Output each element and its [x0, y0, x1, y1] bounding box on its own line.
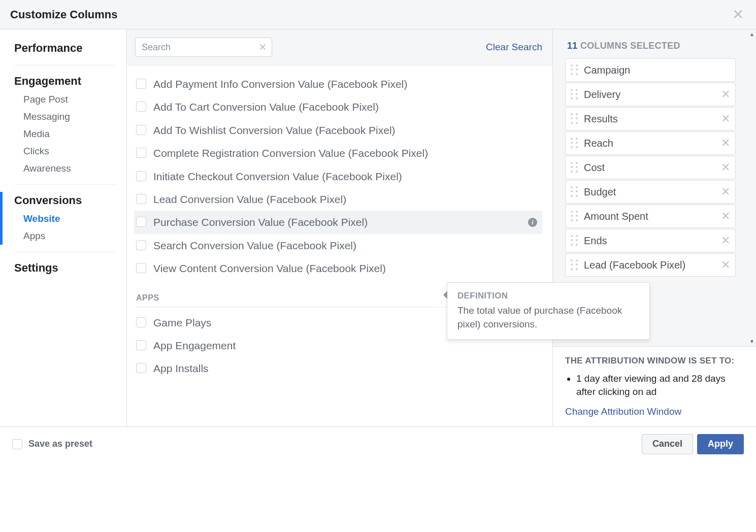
middle-panel: ✕ Clear Search Add Payment Info Conversi… [127, 29, 553, 426]
tooltip-arrow-icon [443, 291, 447, 299]
option-checkbox[interactable] [136, 317, 146, 327]
option-checkbox[interactable] [136, 340, 146, 350]
save-preset-label: Save as preset [28, 439, 92, 449]
option-checkbox[interactable] [136, 194, 146, 204]
drag-handle-icon[interactable] [571, 64, 579, 76]
engagement-label[interactable]: Engagement [14, 73, 116, 91]
selected-column-label: Campaign [584, 64, 730, 76]
option-checkbox[interactable] [136, 79, 146, 89]
drag-handle-icon[interactable] [571, 235, 579, 246]
remove-column-icon[interactable]: ✕ [721, 113, 730, 124]
attribution-title: THE ATTRIBUTION WINDOW IS SET TO: [565, 356, 744, 366]
sidebar-item-awareness[interactable]: Awareness [14, 160, 116, 177]
selected-count: 11 [567, 41, 578, 51]
option-row[interactable]: Add To Wishlist Conversion Value (Facebo… [134, 119, 542, 142]
conversions-label[interactable]: Conversions [14, 192, 116, 210]
option-row[interactable]: Add To Cart Conversion Value (Facebook P… [134, 95, 542, 118]
drag-handle-icon[interactable] [571, 259, 579, 271]
selected-column-label: Results [584, 113, 721, 125]
selected-column-item[interactable]: Campaign [565, 58, 736, 82]
option-row[interactable]: Lead Conversion Value (Facebook Pixel) [134, 188, 542, 211]
option-checkbox[interactable] [136, 263, 146, 273]
save-preset-checkbox[interactable] [12, 439, 22, 449]
selected-column-label: Amount Spent [584, 211, 721, 222]
option-row[interactable]: View Content Conversion Value (Facebook … [134, 257, 542, 280]
option-row[interactable]: Purchase Conversion Value (Facebook Pixe… [134, 211, 542, 234]
option-checkbox[interactable] [136, 217, 146, 227]
selected-column-item[interactable]: Lead (Facebook Pixel)✕ [565, 253, 736, 277]
option-checkbox[interactable] [136, 148, 146, 158]
drag-handle-icon[interactable] [571, 89, 579, 100]
definition-tooltip: DEFINITION The total value of purchase (… [447, 282, 650, 340]
apply-button[interactable]: Apply [697, 434, 744, 454]
option-label: Initiate Checkout Conversion Value (Face… [153, 169, 402, 184]
option-checkbox[interactable] [136, 171, 146, 181]
modal-header: Customize Columns ✕ [0, 0, 756, 29]
sidebar-item-media[interactable]: Media [14, 125, 116, 143]
selected-column-item[interactable]: Ends✕ [565, 229, 736, 252]
option-row[interactable]: App Installs [134, 357, 542, 380]
info-icon[interactable]: i [528, 218, 537, 227]
option-checkbox[interactable] [136, 240, 146, 250]
options-list: Add Payment Info Conversion Value (Faceb… [127, 65, 552, 426]
cancel-label: Cancel [652, 439, 682, 449]
sidebar-item-website[interactable]: Website [14, 210, 116, 227]
option-row[interactable]: Search Conversion Value (Facebook Pixel) [134, 234, 542, 257]
selected-column-item[interactable]: Delivery✕ [565, 83, 736, 106]
option-row[interactable]: Initiate Checkout Conversion Value (Face… [134, 165, 542, 188]
drag-handle-icon[interactable] [571, 211, 579, 222]
sidebar-item-page-post[interactable]: Page Post [14, 91, 116, 108]
selected-column-label: Budget [584, 186, 721, 198]
selected-column-item[interactable]: Reach✕ [565, 131, 736, 155]
option-label: Add To Wishlist Conversion Value (Facebo… [153, 123, 396, 138]
cancel-button[interactable]: Cancel [642, 434, 693, 454]
sidebar-item-messaging[interactable]: Messaging [14, 108, 116, 125]
modal-footer: Save as preset Cancel Apply [0, 426, 756, 461]
sidebar-item-clicks[interactable]: Clicks [14, 143, 116, 160]
selected-column-label: Cost [584, 162, 721, 174]
remove-column-icon[interactable]: ✕ [721, 211, 730, 222]
drag-handle-icon[interactable] [571, 113, 579, 124]
category-settings[interactable]: Settings [14, 259, 116, 285]
option-checkbox[interactable] [136, 363, 146, 373]
selected-column-item[interactable]: Budget✕ [565, 180, 736, 204]
scrollbar[interactable]: ▲ ▼ [748, 29, 756, 346]
save-preset-wrap: Save as preset [12, 439, 92, 449]
remove-column-icon[interactable]: ✕ [721, 235, 730, 246]
selected-column-item[interactable]: Cost✕ [565, 156, 736, 179]
scroll-up-icon[interactable]: ▲ [749, 31, 754, 37]
option-checkbox[interactable] [136, 125, 146, 135]
modal-title: Customize Columns [10, 8, 117, 21]
selected-column-label: Lead (Facebook Pixel) [584, 259, 721, 271]
category-performance[interactable]: Performance [14, 40, 116, 65]
selected-column-item[interactable]: Results✕ [565, 107, 736, 130]
scroll-down-icon[interactable]: ▼ [749, 339, 754, 344]
footer-buttons: Cancel Apply [642, 434, 744, 454]
remove-column-icon[interactable]: ✕ [721, 186, 730, 197]
selected-column-label: Ends [584, 235, 721, 247]
drag-handle-icon[interactable] [571, 186, 579, 197]
option-checkbox[interactable] [136, 102, 146, 112]
tooltip-title: DEFINITION [457, 291, 639, 301]
remove-column-icon[interactable]: ✕ [721, 259, 730, 271]
clear-search-link[interactable]: Clear Search [486, 42, 542, 53]
option-label: App Installs [153, 361, 209, 376]
close-icon[interactable]: ✕ [732, 8, 744, 22]
modal-body: Performance Engagement Page Post Messagi… [0, 29, 756, 426]
search-input[interactable] [135, 38, 272, 57]
clear-input-icon[interactable]: ✕ [258, 41, 267, 53]
option-row[interactable]: Complete Registration Conversion Value (… [134, 142, 542, 164]
option-label: Add To Cart Conversion Value (Facebook P… [153, 99, 379, 114]
option-row[interactable]: Add Payment Info Conversion Value (Faceb… [134, 73, 542, 95]
left-sidebar: Performance Engagement Page Post Messagi… [0, 29, 127, 426]
drag-handle-icon[interactable] [571, 138, 579, 149]
selected-column-label: Reach [584, 138, 721, 149]
sidebar-item-apps[interactable]: Apps [14, 227, 116, 245]
change-attribution-link[interactable]: Change Attribution Window [565, 406, 744, 417]
remove-column-icon[interactable]: ✕ [721, 162, 730, 173]
right-panel: 11 COLUMNS SELECTED CampaignDelivery✕Res… [553, 29, 756, 426]
remove-column-icon[interactable]: ✕ [721, 89, 730, 100]
drag-handle-icon[interactable] [571, 162, 579, 173]
selected-column-item[interactable]: Amount Spent✕ [565, 205, 736, 228]
remove-column-icon[interactable]: ✕ [721, 138, 730, 149]
